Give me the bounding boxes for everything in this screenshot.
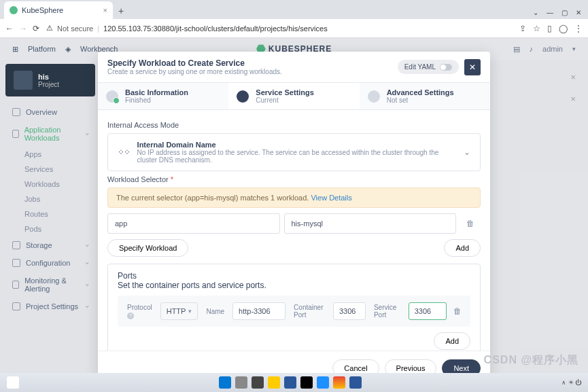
nav-forward-icon: → xyxy=(19,24,27,33)
nav-back-icon[interactable]: ← xyxy=(5,24,14,33)
step-title: Service Settings xyxy=(256,88,314,96)
protocol-select[interactable]: HTTP ▾ xyxy=(160,302,198,320)
modal-body: Internal Access Mode ⁘⁘ Internal Domain … xyxy=(98,110,490,351)
modal-header: Specify Workload to Create Service Creat… xyxy=(98,52,490,82)
chevron-down-icon: ▾ xyxy=(188,308,192,315)
selector-notice: The current selector (app=his-mysql) mat… xyxy=(107,188,481,208)
wizard-steps: Basic InformationFinished Service Settin… xyxy=(98,82,490,110)
delete-port-button[interactable]: 🗑 xyxy=(451,301,465,321)
reload-icon[interactable]: ⟳ xyxy=(33,24,39,33)
edit-yaml-toggle[interactable]: Edit YAML xyxy=(398,60,459,74)
ports-desc: Set the container ports and service port… xyxy=(118,281,470,290)
name-label: Name xyxy=(202,308,228,315)
selector-key-input[interactable] xyxy=(107,213,280,234)
chevron-down-icon: ⌄ xyxy=(464,147,470,157)
step-status: Finished xyxy=(125,96,188,104)
favicon-icon xyxy=(10,6,18,14)
container-port-label: Container Port xyxy=(290,304,329,319)
cloud-icon[interactable] xyxy=(7,376,19,389)
create-service-modal: Specify Workload to Create Service Creat… xyxy=(98,52,490,385)
selector-kv-row: 🗑 xyxy=(107,213,481,234)
access-mode-desc: No IP address is assigned to the service… xyxy=(137,149,457,164)
modal-subtitle: Create a service by using one or more ex… xyxy=(107,68,282,75)
ports-panel: Ports Set the container ports and servic… xyxy=(107,264,481,351)
step-icon xyxy=(237,90,249,103)
access-mode-label: Internal Access Mode xyxy=(107,121,481,129)
share-icon[interactable]: ⇪ xyxy=(519,24,526,33)
watermark: CSDN @程序小黑 xyxy=(484,353,578,368)
notice-text: The current selector (app=his-mysql) mat… xyxy=(116,194,309,202)
explorer-icon[interactable] xyxy=(268,376,280,389)
taskview-icon[interactable] xyxy=(252,376,264,389)
modal-title: Specify Workload to Create Service xyxy=(107,58,282,68)
browser-tab-strip: KubeSphere × + ⌄ — ▢ ✕ xyxy=(0,0,588,19)
dns-icon: ⁘⁘ xyxy=(118,147,130,157)
browser-tab[interactable]: KubeSphere × xyxy=(4,1,113,19)
step-status: Current xyxy=(256,96,314,104)
service-port-input[interactable] xyxy=(409,302,447,320)
url-field[interactable]: ⚠ Not secure | 120.55.103.75:30880/jit-s… xyxy=(46,24,513,33)
minimize-icon[interactable]: — xyxy=(547,9,553,16)
menu-icon[interactable]: ⋮ xyxy=(574,24,583,33)
step-status: Not set xyxy=(387,96,454,104)
help-icon[interactable]: ? xyxy=(127,313,134,319)
access-mode-panel[interactable]: ⁘⁘ Internal Domain Name No IP address is… xyxy=(107,133,481,171)
view-details-link[interactable]: View Details xyxy=(311,194,351,202)
specify-workload-button[interactable]: Specify Workload xyxy=(107,239,188,257)
new-tab-button[interactable]: + xyxy=(113,3,129,19)
start-icon[interactable] xyxy=(219,376,231,389)
step-advanced-settings[interactable]: Advanced SettingsNot set xyxy=(360,83,490,109)
chevron-down-icon[interactable]: ⌄ xyxy=(533,9,538,16)
tab-title: KubeSphere xyxy=(22,6,63,14)
os-taskbar: ∧ ☀ ⏻ xyxy=(0,373,588,392)
warning-icon: ⚠ xyxy=(46,24,53,33)
add-selector-button[interactable]: Add xyxy=(444,239,481,257)
profile-icon[interactable]: ◯ xyxy=(559,24,568,33)
trash-icon: 🗑 xyxy=(453,306,462,316)
workload-selector-label: Workload Selector * xyxy=(107,175,481,183)
maximize-icon[interactable]: ▢ xyxy=(561,9,568,16)
word-icon[interactable] xyxy=(284,376,296,389)
container-port-input[interactable] xyxy=(333,302,366,320)
ports-title: Ports xyxy=(118,271,470,281)
step-title: Basic Information xyxy=(125,88,188,96)
port-name-input[interactable] xyxy=(232,302,286,320)
add-port-button[interactable]: Add xyxy=(434,332,470,350)
address-bar: ← → ⟳ ⚠ Not secure | 120.55.103.75:30880… xyxy=(0,19,588,38)
toggle-icon xyxy=(440,64,452,71)
port-row: Protocol? HTTP ▾ Name Container Port Ser… xyxy=(118,296,470,327)
security-status: Not secure xyxy=(57,24,93,33)
chrome-icon[interactable] xyxy=(333,376,345,389)
step-service-settings[interactable]: Service SettingsCurrent xyxy=(228,83,359,109)
edit-yaml-label: Edit YAML xyxy=(404,63,436,71)
protocol-value: HTTP xyxy=(167,307,186,315)
url-text: 120.55.103.75:30880/jit-school/clusters/… xyxy=(103,24,328,33)
step-title: Advanced Settings xyxy=(387,88,454,96)
tray-icons[interactable]: ∧ ☀ ⏻ xyxy=(561,379,581,386)
selector-value-input[interactable] xyxy=(284,213,457,234)
terminal-icon[interactable] xyxy=(300,376,313,389)
step-basic-info[interactable]: Basic InformationFinished xyxy=(98,83,228,109)
star-icon[interactable]: ☆ xyxy=(533,24,540,33)
step-icon xyxy=(368,90,380,103)
panel-icon[interactable]: ▯ xyxy=(547,24,552,33)
access-mode-title: Internal Domain Name xyxy=(137,141,457,149)
service-port-label: Service Port xyxy=(370,304,404,319)
close-icon[interactable]: ✕ xyxy=(576,9,581,16)
edge-icon[interactable] xyxy=(317,376,329,389)
protocol-label: Protocol? xyxy=(123,304,156,319)
trash-icon: 🗑 xyxy=(466,219,474,228)
tab-close-icon[interactable]: × xyxy=(103,6,107,14)
delete-selector-button[interactable]: 🗑 xyxy=(460,213,481,234)
word2-icon[interactable] xyxy=(349,376,362,389)
step-icon xyxy=(106,90,118,103)
modal-close-button[interactable]: ✕ xyxy=(464,59,481,75)
search-icon[interactable] xyxy=(235,376,247,389)
window-controls: ⌄ — ▢ ✕ xyxy=(526,6,588,19)
